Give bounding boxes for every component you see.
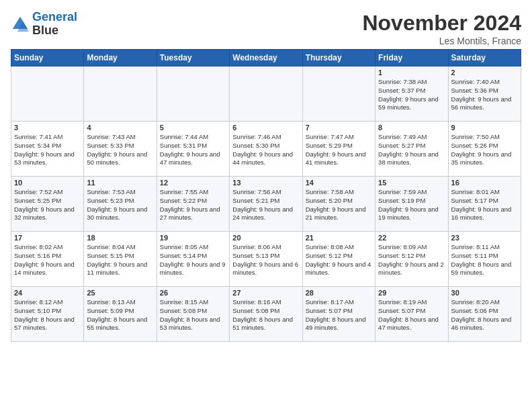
header-cell-wednesday: Wednesday <box>230 50 302 66</box>
calendar-cell: 17Sunrise: 8:02 AM Sunset: 5:16 PM Dayli… <box>11 232 84 287</box>
day-info: Sunrise: 8:05 AM Sunset: 5:14 PM Dayligh… <box>160 243 226 277</box>
calendar-cell <box>230 66 302 122</box>
calendar-cell: 13Sunrise: 7:56 AM Sunset: 5:21 PM Dayli… <box>230 177 302 232</box>
calendar-cell: 29Sunrise: 8:19 AM Sunset: 5:07 PM Dayli… <box>375 287 448 342</box>
day-info: Sunrise: 7:38 AM Sunset: 5:37 PM Dayligh… <box>378 78 445 112</box>
calendar-table: SundayMondayTuesdayWednesdayThursdayFrid… <box>11 49 521 342</box>
calendar-cell: 7Sunrise: 7:47 AM Sunset: 5:29 PM Daylig… <box>302 122 375 177</box>
calendar-cell <box>302 66 375 122</box>
header: General Blue November 2024 Les Montils, … <box>11 11 521 46</box>
day-number: 10 <box>14 179 81 187</box>
calendar-cell: 14Sunrise: 7:58 AM Sunset: 5:20 PM Dayli… <box>302 177 375 232</box>
day-number: 1 <box>378 68 445 77</box>
day-info: Sunrise: 7:53 AM Sunset: 5:23 PM Dayligh… <box>87 188 153 222</box>
day-info: Sunrise: 8:13 AM Sunset: 5:09 PM Dayligh… <box>87 298 153 332</box>
calendar-cell: 1Sunrise: 7:38 AM Sunset: 5:37 PM Daylig… <box>375 66 448 122</box>
day-number: 9 <box>451 124 518 132</box>
calendar-week-row: 17Sunrise: 8:02 AM Sunset: 5:16 PM Dayli… <box>11 232 521 287</box>
day-info: Sunrise: 7:56 AM Sunset: 5:21 PM Dayligh… <box>232 188 299 222</box>
calendar-cell <box>11 66 84 122</box>
day-info: Sunrise: 7:59 AM Sunset: 5:19 PM Dayligh… <box>378 188 445 222</box>
day-info: Sunrise: 8:12 AM Sunset: 5:10 PM Dayligh… <box>14 298 81 332</box>
calendar-cell: 10Sunrise: 7:52 AM Sunset: 5:25 PM Dayli… <box>11 177 84 232</box>
day-info: Sunrise: 7:58 AM Sunset: 5:20 PM Dayligh… <box>306 188 372 222</box>
day-info: Sunrise: 7:55 AM Sunset: 5:22 PM Dayligh… <box>160 188 226 222</box>
calendar-cell: 9Sunrise: 7:50 AM Sunset: 5:26 PM Daylig… <box>448 122 521 177</box>
day-number: 16 <box>451 179 518 187</box>
calendar-week-row: 1Sunrise: 7:38 AM Sunset: 5:37 PM Daylig… <box>11 66 521 122</box>
day-number: 18 <box>87 234 153 242</box>
calendar-header-row: SundayMondayTuesdayWednesdayThursdayFrid… <box>11 50 521 66</box>
day-info: Sunrise: 7:41 AM Sunset: 5:34 PM Dayligh… <box>14 133 81 167</box>
day-info: Sunrise: 8:16 AM Sunset: 5:08 PM Dayligh… <box>232 298 299 332</box>
title-block: November 2024 Les Montils, France <box>362 11 521 46</box>
logo-icon <box>11 15 30 34</box>
day-info: Sunrise: 8:04 AM Sunset: 5:15 PM Dayligh… <box>87 243 153 277</box>
day-number: 8 <box>378 124 445 132</box>
logo: General Blue <box>11 11 77 38</box>
day-number: 30 <box>451 289 518 297</box>
calendar-cell: 16Sunrise: 8:01 AM Sunset: 5:17 PM Dayli… <box>448 177 521 232</box>
location: Les Montils, France <box>362 36 521 46</box>
header-cell-monday: Monday <box>84 50 157 66</box>
day-info: Sunrise: 7:52 AM Sunset: 5:25 PM Dayligh… <box>14 188 81 222</box>
calendar-cell: 27Sunrise: 8:16 AM Sunset: 5:08 PM Dayli… <box>230 287 302 342</box>
calendar-cell: 25Sunrise: 8:13 AM Sunset: 5:09 PM Dayli… <box>84 287 157 342</box>
calendar-cell: 20Sunrise: 8:06 AM Sunset: 5:13 PM Dayli… <box>230 232 302 287</box>
day-number: 17 <box>14 234 81 242</box>
header-cell-thursday: Thursday <box>302 50 375 66</box>
day-info: Sunrise: 7:46 AM Sunset: 5:30 PM Dayligh… <box>232 133 299 167</box>
calendar-cell: 5Sunrise: 7:44 AM Sunset: 5:31 PM Daylig… <box>157 122 229 177</box>
day-number: 25 <box>87 289 153 297</box>
day-info: Sunrise: 8:20 AM Sunset: 5:06 PM Dayligh… <box>451 298 518 332</box>
calendar-cell: 23Sunrise: 8:11 AM Sunset: 5:11 PM Dayli… <box>448 232 521 287</box>
day-info: Sunrise: 8:02 AM Sunset: 5:16 PM Dayligh… <box>14 243 81 277</box>
calendar-cell <box>84 66 157 122</box>
header-cell-sunday: Sunday <box>11 50 84 66</box>
logo-text: General Blue <box>32 11 77 38</box>
day-number: 28 <box>306 289 372 297</box>
calendar-week-row: 10Sunrise: 7:52 AM Sunset: 5:25 PM Dayli… <box>11 177 521 232</box>
day-info: Sunrise: 7:43 AM Sunset: 5:33 PM Dayligh… <box>87 133 153 167</box>
calendar-cell: 28Sunrise: 8:17 AM Sunset: 5:07 PM Dayli… <box>302 287 375 342</box>
day-number: 6 <box>232 124 299 132</box>
day-number: 20 <box>232 234 299 242</box>
calendar-cell: 3Sunrise: 7:41 AM Sunset: 5:34 PM Daylig… <box>11 122 84 177</box>
day-number: 23 <box>451 234 518 242</box>
header-cell-friday: Friday <box>375 50 448 66</box>
day-number: 27 <box>232 289 299 297</box>
day-info: Sunrise: 7:47 AM Sunset: 5:29 PM Dayligh… <box>306 133 372 167</box>
calendar-cell: 21Sunrise: 8:08 AM Sunset: 5:12 PM Dayli… <box>302 232 375 287</box>
header-cell-tuesday: Tuesday <box>157 50 229 66</box>
day-number: 7 <box>306 124 372 132</box>
day-number: 13 <box>232 179 299 187</box>
calendar-cell: 18Sunrise: 8:04 AM Sunset: 5:15 PM Dayli… <box>84 232 157 287</box>
calendar-cell: 12Sunrise: 7:55 AM Sunset: 5:22 PM Dayli… <box>157 177 229 232</box>
calendar-cell: 6Sunrise: 7:46 AM Sunset: 5:30 PM Daylig… <box>230 122 302 177</box>
calendar-week-row: 24Sunrise: 8:12 AM Sunset: 5:10 PM Dayli… <box>11 287 521 342</box>
calendar-cell: 19Sunrise: 8:05 AM Sunset: 5:14 PM Dayli… <box>157 232 229 287</box>
calendar-cell: 8Sunrise: 7:49 AM Sunset: 5:27 PM Daylig… <box>375 122 448 177</box>
day-info: Sunrise: 8:11 AM Sunset: 5:11 PM Dayligh… <box>451 243 518 277</box>
day-number: 22 <box>378 234 445 242</box>
day-info: Sunrise: 8:17 AM Sunset: 5:07 PM Dayligh… <box>306 298 372 332</box>
calendar-cell: 24Sunrise: 8:12 AM Sunset: 5:10 PM Dayli… <box>11 287 84 342</box>
day-info: Sunrise: 8:01 AM Sunset: 5:17 PM Dayligh… <box>451 188 518 222</box>
day-number: 5 <box>160 124 226 132</box>
day-number: 14 <box>306 179 372 187</box>
day-info: Sunrise: 8:19 AM Sunset: 5:07 PM Dayligh… <box>378 298 445 332</box>
calendar-cell: 15Sunrise: 7:59 AM Sunset: 5:19 PM Dayli… <box>375 177 448 232</box>
day-info: Sunrise: 7:40 AM Sunset: 5:36 PM Dayligh… <box>451 78 518 112</box>
day-number: 15 <box>378 179 445 187</box>
day-number: 24 <box>14 289 81 297</box>
calendar-cell: 11Sunrise: 7:53 AM Sunset: 5:23 PM Dayli… <box>84 177 157 232</box>
day-number: 26 <box>160 289 226 297</box>
month-title: November 2024 <box>362 11 521 36</box>
calendar-cell: 4Sunrise: 7:43 AM Sunset: 5:33 PM Daylig… <box>84 122 157 177</box>
calendar-cell: 22Sunrise: 8:09 AM Sunset: 5:12 PM Dayli… <box>375 232 448 287</box>
day-number: 11 <box>87 179 153 187</box>
day-info: Sunrise: 7:50 AM Sunset: 5:26 PM Dayligh… <box>451 133 518 167</box>
day-info: Sunrise: 8:15 AM Sunset: 5:08 PM Dayligh… <box>160 298 226 332</box>
day-number: 2 <box>451 68 518 77</box>
day-number: 4 <box>87 124 153 132</box>
